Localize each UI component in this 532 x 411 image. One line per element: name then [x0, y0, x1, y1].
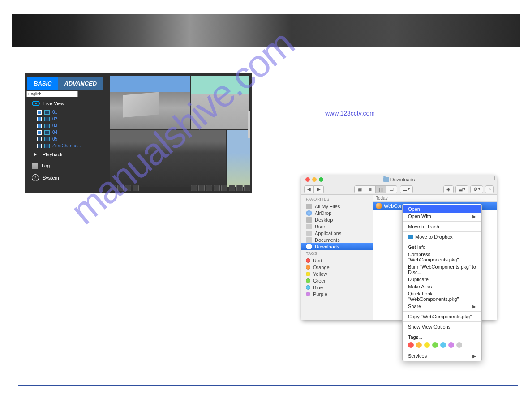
scrollbar[interactable] [248, 111, 250, 138]
language-dropdown[interactable]: English [26, 91, 78, 97]
quicklook-button[interactable]: ◉ [443, 185, 454, 193]
sidebar-item-desktop[interactable]: Desktop [301, 216, 373, 223]
chevron-right-icon: ▶ [472, 214, 476, 219]
expand-icon[interactable] [489, 176, 495, 180]
view-icons[interactable]: ▦ [354, 185, 365, 193]
ctx-view-options[interactable]: Show View Options [403, 323, 481, 330]
info-icon [32, 174, 39, 181]
tag-green-icon[interactable] [432, 342, 438, 348]
tag-purple-icon[interactable] [448, 342, 454, 348]
ctx-share[interactable]: Share▶ [403, 303, 481, 310]
camera-grid [110, 76, 250, 187]
column-header[interactable]: Today [373, 195, 497, 202]
ctx-open-with[interactable]: Open With▶ [403, 213, 481, 220]
sidebar-item-downloads[interactable]: Downloads [301, 243, 373, 250]
ctx-burn[interactable]: Burn "WebComponents.pkg" to Disc... [403, 263, 481, 276]
dropbox-button[interactable]: ⬓ ▾ [455, 185, 468, 193]
tag-icon [306, 258, 310, 263]
view-columns[interactable]: ||| [376, 185, 386, 193]
tool-icon[interactable] [191, 185, 197, 191]
tag-yellow-icon[interactable] [424, 342, 430, 348]
prev-icon[interactable] [221, 185, 227, 191]
nvr-interface: BASIC ADVANCED English Live View 01 02 0… [25, 73, 252, 193]
audio-icon[interactable] [125, 185, 131, 191]
next-icon[interactable] [229, 185, 235, 191]
playback-row[interactable]: Playback [26, 149, 107, 160]
camera-feed-2[interactable] [191, 76, 249, 129]
separator [403, 332, 481, 332]
tag-gray-icon[interactable] [456, 342, 462, 348]
sidebar-item-applications[interactable]: Applications [301, 230, 373, 236]
finder-titlebar[interactable]: Downloads [301, 175, 497, 184]
ctx-make-alias[interactable]: Make Alias [403, 283, 481, 290]
action-button[interactable]: ⚙ ▾ [470, 185, 483, 193]
sidebar-tag-red[interactable]: Red [301, 257, 373, 264]
zoom-icon[interactable] [214, 185, 220, 191]
nvr-toolbar [110, 184, 250, 192]
tag-red-icon[interactable] [408, 342, 414, 348]
channel-item[interactable]: 04 [37, 129, 107, 136]
sidebar-tag-blue[interactable]: Blue [301, 284, 373, 291]
camera-feed-1[interactable] [110, 76, 190, 129]
channel-item[interactable]: 03 [37, 122, 107, 129]
sidebar-tag-orange[interactable]: Orange [301, 264, 373, 270]
tab-basic[interactable]: BASIC [27, 77, 58, 90]
ctx-duplicate[interactable]: Duplicate [403, 276, 481, 283]
tag-orange-icon[interactable] [416, 342, 422, 348]
sidebar-tag-green[interactable]: Green [301, 277, 373, 284]
dropdown-icon[interactable] [133, 185, 139, 191]
tag-icon [306, 272, 310, 276]
view-list[interactable]: ≡ [365, 185, 376, 193]
package-icon [376, 203, 382, 209]
dropbox-icon [408, 235, 413, 239]
ctx-dropbox[interactable]: Move to Dropbox [403, 233, 481, 240]
sidebar-tag-purple[interactable]: Purple [301, 291, 373, 297]
ctx-quick-look[interactable]: Quick Look "WebComponents.pkg" [403, 290, 481, 303]
channel-item[interactable]: 02 [37, 116, 107, 122]
channel-item[interactable]: 05 [37, 136, 107, 142]
layout-icon[interactable] [110, 185, 116, 191]
live-view-row[interactable]: Live View [26, 98, 107, 109]
camera-feed-4[interactable] [227, 130, 250, 187]
sidebar-item-airdrop[interactable]: AirDrop [301, 210, 373, 216]
tag-icon [306, 265, 310, 270]
fullscreen-icon[interactable] [244, 185, 250, 191]
more-button[interactable]: » [485, 185, 494, 193]
back-button[interactable]: ◀ [304, 185, 314, 193]
separator [403, 231, 481, 232]
ctx-copy[interactable]: Copy "WebComponents.pkg" [403, 313, 481, 320]
context-menu: Open Open With▶ Move to Trash Move to Dr… [402, 204, 482, 361]
ctx-services[interactable]: Services▶ [403, 352, 481, 360]
sidebar-item-user[interactable]: User [301, 223, 373, 230]
sidebar-item-all-my-files[interactable]: All My Files [301, 203, 373, 210]
play-icon [32, 152, 39, 157]
snapshot-icon[interactable] [198, 185, 205, 191]
sidebar-tag-yellow[interactable]: Yellow [301, 270, 373, 277]
tag-blue-icon[interactable] [440, 342, 446, 348]
sound-icon[interactable] [236, 185, 243, 191]
header-banner [12, 14, 520, 47]
download-link[interactable]: www.123cctv.com [325, 110, 375, 117]
ctx-trash[interactable]: Move to Trash [403, 223, 481, 230]
ctx-open[interactable]: Open [403, 206, 481, 213]
channel-item[interactable]: ZeroChanne... [37, 142, 107, 149]
tab-advanced[interactable]: ADVANCED [58, 77, 103, 90]
system-label: System [43, 175, 59, 180]
view-coverflow[interactable]: ⊟ [386, 185, 397, 193]
camera-feed-3[interactable] [110, 130, 226, 187]
log-row[interactable]: Log [26, 160, 107, 171]
ctx-compress[interactable]: Compress "WebComponents.pkg" [403, 251, 481, 263]
documents-icon [306, 237, 312, 243]
tags-heading: TAGS [301, 250, 373, 257]
forward-button[interactable]: ▶ [314, 185, 324, 193]
system-row[interactable]: System [26, 171, 107, 184]
ctx-tags[interactable]: Tags... [403, 334, 481, 341]
ctx-get-info[interactable]: Get Info [403, 244, 481, 251]
record-icon[interactable] [206, 185, 212, 191]
arrange-dropdown[interactable]: ☰ ▾ [400, 185, 413, 193]
sidebar-item-documents[interactable]: Documents [301, 236, 373, 243]
ctx-tag-colors[interactable] [403, 341, 481, 349]
stream-icon[interactable] [117, 185, 124, 191]
channel-item[interactable]: 01 [37, 109, 107, 116]
eye-icon [32, 101, 40, 106]
